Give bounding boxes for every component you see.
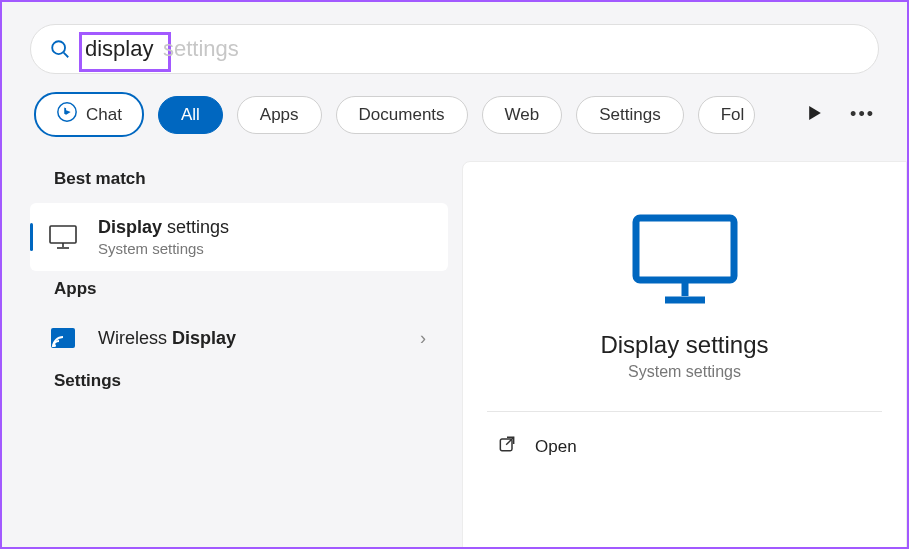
- filter-documents[interactable]: Documents: [336, 96, 468, 134]
- details-title: Display settings: [487, 331, 882, 359]
- details-monitor-icon: [487, 212, 882, 307]
- filter-row: Chat All Apps Documents Web Settings Fol…: [2, 92, 907, 137]
- filter-folders[interactable]: Fol: [698, 96, 756, 134]
- result-subtitle: System settings: [98, 240, 432, 257]
- filter-label: Chat: [86, 105, 122, 125]
- section-header-settings: Settings: [54, 371, 448, 391]
- monitor-icon: [42, 224, 84, 250]
- section-header-apps: Apps: [54, 279, 448, 299]
- scroll-right-icon[interactable]: [808, 104, 822, 125]
- action-open[interactable]: Open: [487, 412, 882, 481]
- result-text: Display settings System settings: [98, 217, 432, 257]
- search-bar[interactable]: display settings: [30, 24, 879, 74]
- details-subtitle: System settings: [487, 363, 882, 381]
- result-display-settings[interactable]: Display settings System settings: [30, 203, 448, 271]
- filter-label: Fol: [721, 105, 745, 125]
- main-content: Best match Display settings System setti…: [2, 161, 907, 549]
- open-external-icon: [497, 434, 517, 459]
- more-options-icon[interactable]: •••: [850, 104, 875, 125]
- svg-rect-8: [636, 218, 734, 280]
- search-input[interactable]: [83, 36, 860, 62]
- svg-point-0: [52, 41, 65, 54]
- search-input-wrap: display settings: [83, 36, 860, 62]
- filter-label: Apps: [260, 105, 299, 125]
- section-header-best-match: Best match: [54, 169, 448, 189]
- filter-overflow: •••: [808, 104, 875, 125]
- cast-icon: [42, 327, 84, 349]
- bing-chat-icon: [56, 101, 78, 128]
- filter-label: Web: [505, 105, 540, 125]
- svg-line-1: [64, 53, 69, 58]
- details-panel: Display settings System settings Open: [462, 161, 907, 549]
- results-column: Best match Display settings System setti…: [2, 161, 462, 549]
- filter-settings[interactable]: Settings: [576, 96, 683, 134]
- chevron-right-icon: ›: [420, 328, 432, 349]
- result-title: Display settings: [98, 217, 432, 238]
- filter-label: All: [181, 105, 200, 125]
- search-icon: [49, 38, 71, 60]
- filter-web[interactable]: Web: [482, 96, 563, 134]
- filter-label: Documents: [359, 105, 445, 125]
- filter-chat[interactable]: Chat: [34, 92, 144, 137]
- filter-apps[interactable]: Apps: [237, 96, 322, 134]
- svg-point-7: [53, 344, 56, 347]
- svg-rect-3: [50, 226, 76, 243]
- start-search-panel: display settings Chat All Apps Documents…: [2, 24, 907, 549]
- result-text: Wireless Display: [98, 328, 420, 349]
- filter-label: Settings: [599, 105, 660, 125]
- result-wireless-display[interactable]: Wireless Display ›: [30, 313, 448, 363]
- action-label: Open: [535, 437, 577, 457]
- filter-all[interactable]: All: [158, 96, 223, 134]
- result-title: Wireless Display: [98, 328, 420, 349]
